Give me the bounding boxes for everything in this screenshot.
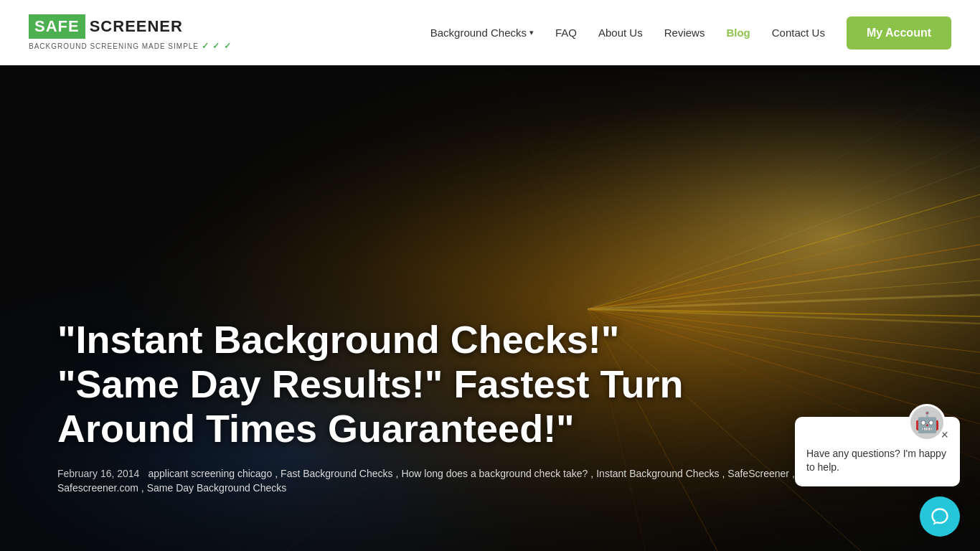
hero-meta: February 16, 2014 applicant screening ch…: [57, 468, 837, 494]
tag-how-long[interactable]: How long does a background check take?: [401, 468, 588, 479]
chat-avatar-float: 🤖: [908, 404, 946, 441]
tag-fast-bg-checks[interactable]: Fast Background Checks: [281, 468, 392, 479]
tag-safescreener[interactable]: SafeScreener: [727, 468, 789, 479]
nav-reviews[interactable]: Reviews: [664, 27, 705, 39]
chevron-down-icon: ▾: [529, 28, 534, 37]
tag-same-day[interactable]: Same Day Background Checks: [147, 482, 287, 494]
hero-date: February 16, 2014: [57, 468, 139, 479]
logo-checks-icons: ✓ ✓ ✓: [202, 41, 232, 51]
nav-background-checks[interactable]: Background Checks ▾: [430, 27, 534, 39]
logo[interactable]: SAFE SCREENER BACKGROUND SCREENING MADE …: [29, 14, 232, 51]
nav-about-us[interactable]: About Us: [598, 27, 643, 39]
nav-faq[interactable]: FAQ: [555, 27, 577, 39]
hero-title: "Instant Background Checks!" "Same Day R…: [57, 317, 837, 451]
chat-bubble-button[interactable]: [920, 496, 960, 537]
header: SAFE SCREENER BACKGROUND SCREENING MADE …: [0, 0, 980, 65]
main-nav: Background Checks ▾ FAQ About Us Reviews…: [430, 17, 951, 50]
tag-instant-bg-checks[interactable]: Instant Background Checks: [596, 468, 719, 479]
chat-message: Have any questions? I'm happy to help.: [806, 447, 948, 475]
tag-safescreener-com[interactable]: Safescreener.com: [57, 482, 138, 494]
nav-blog[interactable]: Blog: [726, 27, 750, 39]
chat-popup-body: Have any questions? I'm happy to help.: [806, 447, 948, 475]
logo-text: SAFE SCREENER: [29, 14, 232, 39]
nav-contact-us[interactable]: Contact Us: [772, 27, 825, 39]
tag-applicant-screening[interactable]: applicant screening chicago: [148, 468, 272, 479]
logo-safe: SAFE: [29, 14, 85, 39]
logo-tagline: BACKGROUND SCREENING MADE SIMPLE ✓ ✓ ✓: [29, 41, 232, 51]
hero-section: "Instant Background Checks!" "Same Day R…: [0, 65, 980, 551]
logo-screener: SCREENER: [85, 14, 187, 39]
my-account-button[interactable]: My Account: [847, 17, 951, 50]
chat-bubble-icon: [930, 507, 950, 527]
chat-popup: 🤖 × Have any questions? I'm happy to hel…: [795, 417, 960, 486]
